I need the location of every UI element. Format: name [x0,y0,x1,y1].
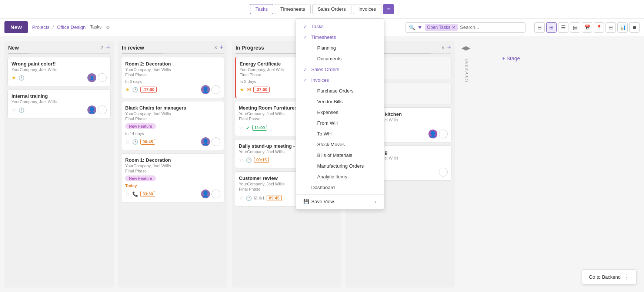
add-stage-button[interactable]: + Stage [502,56,520,61]
tab-tasks[interactable]: Tasks [250,4,273,14]
timer-badge: 06:45 [140,139,155,145]
table-view-icon[interactable]: ▤ [570,22,580,33]
column-new-header: New 2 + [4,41,114,53]
filter-icon: ▼ [417,24,423,30]
activity-view-icon[interactable]: ⏺ [629,22,640,33]
breadcrumb-projects[interactable]: Projects [32,24,50,30]
map-view-icon[interactable]: 📍 [594,22,604,33]
col-in-progress-progress-bar [236,53,297,54]
chart-view-icon[interactable]: 📊 [617,22,628,33]
col-done-add[interactable]: + [447,44,451,51]
dropdown-planning[interactable]: Planning [296,43,384,53]
dropdown-dashboard[interactable]: Dashboard [296,182,384,193]
avatar: 👤 [87,105,96,114]
col-in-review-progress [122,53,224,54]
dropdown-purchase-orders[interactable]: Purchase Orders [296,85,384,96]
avatar-empty [98,105,107,114]
star-icon[interactable]: ★ [240,87,244,93]
star-empty-icon[interactable]: ☆ [11,107,16,113]
tasks-sublabel: Tasks [90,24,101,30]
avatar: 👤 [87,73,96,82]
dropdown-menu: ✓ Tasks ✓ Timesheets Planning Documents … [296,19,384,209]
card-room2-decoration[interactable]: Room 2: Decoration YourCompany, Joel Wil… [121,57,224,98]
dropdown-vendor-bills[interactable]: Vendor Bills [296,96,384,107]
goto-backend-button[interactable]: Go to Backend ⋮ [582,269,637,285]
more-icon[interactable]: ⋮ [624,273,630,281]
dropdown-tasks[interactable]: ✓ Tasks [296,21,384,32]
avatar: 👤 [201,85,210,94]
tab-invoices[interactable]: Invoices [353,4,382,14]
card-room1-phase: Final Phase [125,169,220,173]
dropdown-dashboard-label: Dashboard [311,185,335,190]
new-button[interactable]: New [4,21,28,33]
view-icons: ⊟ ⊞ ☰ ▤ 📅 📍 ⊟ 📊 ⏺ [534,22,640,33]
card-internal-training[interactable]: Internal training YourCompany, Joel Will… [7,89,111,118]
dropdown-expenses[interactable]: Expenses [296,107,384,118]
search-input[interactable] [460,24,522,30]
dropdown-vendor-bills-label: Vendor Bills [317,99,343,104]
column-new: New 2 + Wrong paint color!! YourCompany,… [4,41,114,288]
dropdown-timesheets[interactable]: ✓ Timesheets [296,32,384,43]
col-new-title: New [8,45,19,51]
dropdown-invoices[interactable]: ✓ Invoices [296,75,384,85]
clock-icon: 🕐 [132,139,138,145]
timer-badge: 11:00 [252,125,267,131]
col-in-review-title: In review [122,45,144,51]
check-icon: ✓ [303,24,308,29]
star-empty-icon[interactable]: ☆ [239,125,244,131]
col-new-progress-bar [8,53,29,54]
dropdown-sales-orders[interactable]: ✓ Sales Orders [296,64,384,75]
save-view-row[interactable]: 💾 Save View › [296,196,384,207]
check-icon: ✔ [246,125,250,131]
nav-arrows[interactable]: ◀▶ [461,44,470,51]
dropdown-planning-label: Planning [317,45,336,51]
dropdown-timesheets-label: Timesheets [311,34,336,40]
dropdown-manufacturing-orders[interactable]: Manufacturing Orders [296,161,384,171]
dropdown-analytic-items[interactable]: Analytic Items [296,171,384,182]
calendar-view-icon[interactable]: 📅 [582,22,592,33]
dropdown-from-wh[interactable]: From WH [296,118,384,128]
star-icon[interactable]: ★ [125,87,130,93]
avatar: 👤 [201,189,210,198]
card-black-chairs-phase: Final Phase [125,117,220,121]
star-empty-icon[interactable]: ☆ [239,195,244,201]
filter-button[interactable]: ≡ [383,4,394,14]
dropdown-stock-moves[interactable]: Stock Moves [296,139,384,150]
col-new-add[interactable]: + [106,44,110,51]
goto-backend-label: Go to Backend [589,274,621,280]
gear-icon[interactable]: ⚙ [106,25,110,30]
tab-timesheets[interactable]: Timesheets [275,4,311,14]
filter-view-icon[interactable]: ⊟ [534,22,545,33]
dropdown-documents[interactable]: Documents [296,53,384,64]
dropdown-from-wh-label: From WH [317,120,338,126]
check-icon: ✓ [303,67,308,72]
card-wrong-paint[interactable]: Wrong paint color!! YourCompany, Joel Wi… [7,57,111,86]
search-bar: 🔍 ▼ Open Tasks ✕ [406,22,525,33]
col-done-count: 5 [442,45,444,50]
card-room1-decoration[interactable]: Room 1: Decoration YourCompany, Joel Wil… [121,153,224,202]
star-empty-icon[interactable]: ☆ [239,157,244,163]
tab-sales-orders[interactable]: Sales Orders [312,4,351,14]
star-empty-icon[interactable]: ☆ [125,139,130,145]
card-room2-title: Room 2: Decoration [125,61,220,67]
floppy-icon: 💾 [303,199,309,204]
list-view-icon[interactable]: ☰ [558,22,568,33]
search-filter-tag[interactable]: Open Tasks ✕ [425,24,458,31]
dropdown-bills-of-materials[interactable]: Bills of Materials [296,150,384,161]
card-black-chairs[interactable]: Black Chairs for managers YourCompany, J… [121,101,224,150]
check-icon: ✓ [303,35,308,40]
card-wrong-paint-title: Wrong paint color!! [11,61,107,67]
check-icon: ✓ [303,78,308,83]
kanban-view-icon[interactable]: ⊞ [546,22,557,33]
avatar-empty [439,168,448,177]
dropdown-to-wh[interactable]: To WH [296,128,384,139]
timer-badge: 09:45 [267,195,281,201]
star-icon[interactable]: ★ [11,75,16,81]
col-in-review-add[interactable]: + [220,44,224,51]
filter-tag-close[interactable]: ✕ [452,25,456,30]
avatar-empty [211,189,220,198]
card-black-chairs-title: Black Chairs for managers [125,105,220,111]
star-empty-icon[interactable]: ☆ [125,191,130,197]
avatar-empty [439,130,448,138]
pivot-view-icon[interactable]: ⊟ [605,22,616,33]
